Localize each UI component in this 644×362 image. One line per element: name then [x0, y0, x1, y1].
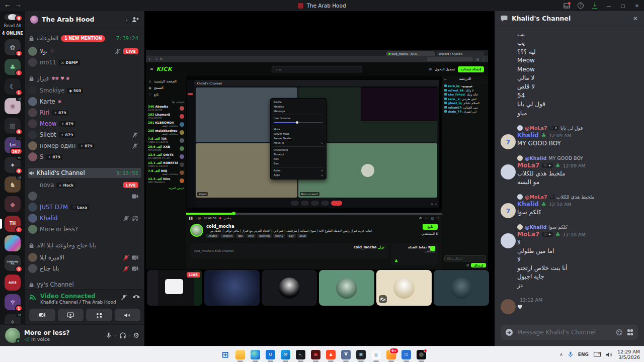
disconnect-call-icon[interactable] — [132, 294, 140, 299]
user-volume-slider[interactable] — [271, 121, 326, 125]
voice-location-label[interactable]: Khalid's Channel / The Arab Hood — [40, 300, 116, 305]
sidebar-row[interactable]: بابا جناح — [28, 263, 141, 274]
screen-share-view[interactable]: cold_mocha - KICK Discord | Khalid's ← →… — [146, 50, 488, 269]
headphones-button[interactable] — [119, 332, 126, 339]
sidebar-row[interactable]: More or less? — [28, 224, 141, 234]
sidebar-row[interactable]: yy's Channel — [28, 280, 141, 289]
participant-tile[interactable]: LIVE — [147, 270, 202, 306]
stream-tag[interactable]: gta — [236, 234, 245, 238]
participant-tile[interactable] — [319, 270, 374, 306]
reply-context[interactable]: @Khalid كلكم سوا — [517, 224, 638, 230]
browser-refresh-icon[interactable]: ↻ — [160, 57, 163, 61]
taskbar-clock[interactable]: 12:29 AM 3/5/2026 — [617, 349, 640, 360]
server-icon[interactable]: ♞ ◁) — [5, 176, 21, 193]
streamer-avatar[interactable] — [190, 224, 203, 237]
taskbar-app-icon[interactable]: ▲ — [326, 350, 336, 359]
browser-back-icon[interactable]: ← — [149, 57, 152, 61]
kick-channel-row[interactable]: 7.9 ألف INQ محادثات فقط — [148, 168, 184, 176]
stream-tag[interactable]: funny — [273, 234, 285, 238]
cast-screen-icon[interactable] — [594, 352, 601, 357]
reply-context[interactable]: @MoLa7 ♡ ✦ قول لي بابا — [517, 125, 638, 131]
message-author[interactable]: Khalid — [517, 201, 539, 208]
stream-tag[interactable]: Arabic — [206, 234, 219, 238]
sidebar-row[interactable]: JUST D7M ♡ Lexa — [28, 202, 141, 212]
kick-channel-row[interactable]: 291 KLBROHD4 محادثات فقط — [148, 120, 184, 128]
sidebar-row[interactable]: بابا جناح وحلوعته ايلا الامورا — [28, 240, 141, 250]
pip-icon[interactable]: ▭ — [425, 216, 428, 220]
kick-channel-row[interactable]: 283 LhamarS VALORANT — [148, 112, 184, 120]
browser-tab[interactable]: cold_mocha - KICK — [386, 51, 435, 56]
kick-channel-row[interactable]: 20.9 ألف XXB Minecraft — [148, 144, 184, 152]
kick-channel-row[interactable]: 12.5 ألف OrbTk EA Sports FC 26 — [148, 152, 184, 160]
emoji-picker-icon[interactable]: ☺ — [616, 329, 623, 336]
message-avatar[interactable] — [501, 299, 516, 314]
kick-login-link[interactable]: تسجيل الدخول — [435, 67, 455, 71]
sidebar-row[interactable]: mo11 ⚔ DSMP — [28, 57, 141, 67]
kick-channel-row[interactable]: 258 malakkadrou محادثات فقط — [148, 128, 184, 136]
server-icon[interactable]: ◆ — [5, 196, 21, 212]
minimize-button[interactable]: — — [602, 0, 616, 11]
streamer-name[interactable]: cold_mocha — [206, 224, 438, 229]
taskbar-app-icon[interactable]: 9+ — [386, 350, 396, 359]
participant-tile[interactable] — [434, 270, 489, 306]
screen-share-button[interactable] — [58, 309, 84, 321]
taskbar-app-icon[interactable]: ⊔ — [266, 350, 275, 359]
address-bar[interactable] — [427, 57, 473, 61]
hamburger-menu-icon[interactable]: ≡ — [150, 67, 153, 71]
kick-channel-row[interactable]: 340 AbooBa Zero Build — [148, 104, 184, 112]
kick-nav-item[interactable]: ♡ تابع — [148, 91, 184, 98]
message-avatar[interactable]: 7 — [501, 203, 516, 218]
tray-chevron-icon[interactable]: ∧ — [559, 352, 563, 357]
sidebar-row[interactable]: Khalid — [28, 213, 141, 223]
server-icon[interactable]: TH 1 — [5, 216, 21, 232]
sidebar-row[interactable] — [28, 191, 141, 201]
taskbar-app-icon[interactable]: ◎ — [417, 350, 426, 359]
player-settings-icon[interactable]: ⚙ — [419, 216, 422, 220]
sidebar-row[interactable]: Silebt ✧ 879 — [28, 130, 141, 140]
download-update-icon[interactable]: ↓ — [588, 0, 602, 11]
taskbar-app-icon[interactable]: >_ — [296, 350, 305, 359]
message-avatar[interactable] — [501, 233, 516, 248]
live-edge-label[interactable]: مباشر — [224, 217, 231, 220]
language-indicator[interactable]: ENG — [578, 352, 589, 357]
reply-context[interactable]: @Khalid MY GOOD BOY — [517, 155, 638, 161]
reply-context[interactable]: @MoLa7 ♡ ملخبط هذي للكلاب — [517, 194, 638, 200]
volume-button[interactable]: ◁)) — [196, 217, 201, 220]
collapse-chat-icon[interactable]: ⇤ — [444, 77, 447, 81]
sidebar-row[interactable]: Riri ✧ 879 — [28, 108, 141, 118]
inbox-icon[interactable] — [559, 0, 574, 11]
follow-button[interactable]: تابع — [423, 224, 438, 230]
participant-tile[interactable] — [204, 270, 260, 306]
apps-grid-icon[interactable] — [627, 329, 633, 335]
player-progress-bar[interactable] — [186, 213, 442, 215]
mic-options-chevron[interactable]: ⌄ — [114, 333, 117, 337]
server-icon[interactable]: ▦ 8 — [5, 118, 21, 134]
stream-tag[interactable]: gay — [287, 234, 296, 238]
audio-options-chevron[interactable]: ⌄ — [128, 333, 131, 337]
message-avatar[interactable] — [501, 164, 516, 179]
server-header[interactable]: The Arab Hood ⌄ — [25, 11, 144, 28]
kick-send-button[interactable]: إرسال — [471, 263, 486, 267]
stream-tag[interactable]: chill — [246, 234, 256, 238]
sidebar-row[interactable]: Karte ❀ — [28, 97, 141, 107]
browser-tab[interactable]: Discord | Khalid's — [437, 51, 484, 56]
server-icon[interactable]: ♣ 1 — [5, 59, 21, 75]
server-icon[interactable]: ✦ 8 ▭ — [5, 157, 21, 173]
theater-icon[interactable]: ◱ — [431, 216, 434, 220]
kick-chat-settings-icon[interactable]: ⚙ — [466, 263, 469, 267]
taskbar-app-icon[interactable] — [235, 350, 245, 359]
taskbar-app-icon[interactable]: V — [341, 350, 351, 359]
taskbar-app-icon[interactable] — [251, 350, 260, 359]
mic-button[interactable] — [105, 332, 112, 339]
fullscreen-icon[interactable]: ⛶ — [437, 216, 439, 220]
sidebar-row[interactable]: номер один ✧ 879 — [28, 141, 141, 151]
taskbar-app-icon[interactable]: ▣ — [356, 350, 366, 359]
kick-logo[interactable]: KICK — [156, 66, 172, 72]
browser-forward-icon[interactable]: → — [154, 57, 157, 61]
server-icon[interactable]: AXIS — [5, 275, 21, 291]
kick-search-input[interactable]: بحث — [272, 66, 362, 72]
sidebar-row[interactable]: الاميره ايلا — [28, 252, 141, 262]
kick-nav-item[interactable]: ◉ التصفح — [148, 84, 184, 91]
globe-icon[interactable]: ⊕ — [429, 67, 432, 71]
browser-menu-icon[interactable]: ⋮ — [481, 57, 485, 61]
